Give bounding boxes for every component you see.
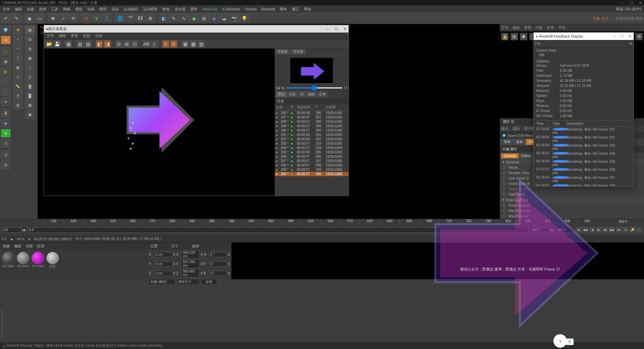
menu-item[interactable]: 创建 xyxy=(27,7,34,12)
rs-close-panel-icon[interactable]: ⊗ xyxy=(629,41,632,46)
ime-badge-icon[interactable]: 🦌 xyxy=(553,334,567,348)
menu-item[interactable]: 流水线 xyxy=(174,7,185,12)
material-swatch[interactable] xyxy=(32,252,44,264)
lock-xz-icon[interactable]: ⊡ xyxy=(1,150,11,159)
environment-icon[interactable]: ☁ xyxy=(219,14,229,23)
pv-filter-icon[interactable]: ▦ xyxy=(181,40,189,48)
menu-item[interactable]: 动画 xyxy=(87,7,95,12)
pv-zoom-slider[interactable] xyxy=(286,87,343,89)
render-settings-icon[interactable]: ⚙ xyxy=(146,14,155,23)
rotate-icon[interactable]: ⟲ xyxy=(68,14,78,23)
render-pv-icon[interactable]: 🎞 xyxy=(136,14,145,23)
pv-history-row[interactable]: ▸299 *●00:00:572991920x1080 xyxy=(275,167,348,172)
ruler-icon[interactable]: 📏 xyxy=(13,82,23,91)
pv-render-view[interactable] xyxy=(44,49,275,196)
pv-history-row[interactable]: ▸296 *●00:00:572961920x1080 xyxy=(275,154,348,159)
tex-swatch-icon[interactable]: ▧ xyxy=(25,35,35,44)
snap-settings-icon[interactable]: ⊙ xyxy=(1,139,11,148)
ipr-settings-icon[interactable]: ⚙ xyxy=(635,33,643,40)
obj-menu[interactable]: 文件 xyxy=(501,25,508,30)
select-rect-icon[interactable]: ▭ xyxy=(35,14,44,23)
pv-history-row[interactable]: ▸297 *●00:00:572971920x1080 xyxy=(275,159,348,163)
menu-item[interactable]: 网格 xyxy=(63,7,70,12)
coord-system-icon[interactable]: 🌐 xyxy=(115,14,125,23)
axis-z-icon[interactable]: Z xyxy=(102,14,111,23)
pv-compare-icon[interactable]: ⊟ xyxy=(115,40,122,48)
pv-open-icon[interactable]: 📂 xyxy=(45,40,53,48)
material-swatch[interactable] xyxy=(2,252,15,264)
pv-rgb-icon[interactable]: ▥ xyxy=(76,40,84,48)
pv-history-row[interactable]: ▸294 *●00:00:572941920x1080 xyxy=(275,146,348,150)
material-swatch[interactable] xyxy=(17,252,30,264)
pv-nav-tab[interactable]: 导航器 xyxy=(275,49,290,55)
pv-navigator-thumb[interactable] xyxy=(290,57,333,84)
axis-tool-icon[interactable]: ╋ xyxy=(1,109,11,117)
pv-zoom-reset-icon[interactable]: ⊙ xyxy=(344,86,347,90)
pv-compare-icon[interactable]: ⊞ xyxy=(123,40,130,48)
pv-menu-item[interactable]: 编辑 xyxy=(59,33,66,38)
tex-swatch-icon[interactable]: ▦ xyxy=(25,26,35,34)
texture-mode-icon[interactable]: ▩ xyxy=(1,57,11,66)
move-icon[interactable]: ✥ xyxy=(48,14,58,23)
pv-tool-icon[interactable]: ▦ xyxy=(65,40,72,48)
viewport-solo-icon[interactable]: ◉ xyxy=(1,119,11,128)
pv-history-row[interactable]: ▸289 *●00:00:572891920x1080 xyxy=(275,124,348,128)
pv-a-icon[interactable]: A xyxy=(162,40,169,48)
pv-menu-item[interactable]: 动画 xyxy=(95,33,102,38)
camera-icon[interactable]: 📷 xyxy=(229,14,239,23)
pv-history-row[interactable]: ▸298 *●00:00:572981920x1080 xyxy=(275,163,348,167)
tex-swatch-icon[interactable]: ▦ xyxy=(25,101,35,109)
magnet-icon[interactable]: ⊃ xyxy=(13,72,23,81)
pv-history-row[interactable]: ▸293 *●00:00:572931920x1080 xyxy=(275,141,348,146)
pv-history-row[interactable]: ▸300 *●00:00:573001920x1080 xyxy=(275,172,348,176)
brush-icon[interactable]: ⟆ xyxy=(13,54,23,62)
array-icon[interactable]: ⊞ xyxy=(199,14,209,23)
tl-start[interactable]: 0 F xyxy=(2,228,21,233)
pv-history-row[interactable]: ▸295 *●00:00:582951920x1080 xyxy=(275,150,348,154)
menu-item[interactable]: 选择 xyxy=(39,7,46,12)
selection-filter-icon[interactable]: ▥ xyxy=(13,101,23,109)
move-gizmo-icon[interactable]: ✥ xyxy=(13,26,23,34)
pv-ch-icon[interactable]: ◨ xyxy=(104,40,111,48)
undo-icon[interactable]: ↶ xyxy=(1,14,11,23)
tex-swatch-icon[interactable]: ▨ xyxy=(25,44,35,53)
close-icon[interactable]: ✕ xyxy=(639,1,642,5)
tex-swatch-icon[interactable]: ▩ xyxy=(25,54,35,62)
lasso-icon[interactable]: 〰 xyxy=(13,44,23,53)
render-view-icon[interactable]: 🎬 xyxy=(125,14,135,23)
menu-item[interactable]: Redshift xyxy=(262,7,275,11)
mat-tab[interactable]: 编辑 xyxy=(14,244,21,249)
cursor-icon[interactable]: ↖ xyxy=(13,35,23,44)
scale-icon[interactable]: ⤢ xyxy=(58,14,68,23)
menu-item[interactable]: 渲染 xyxy=(111,7,119,12)
menu-item[interactable]: 插件 xyxy=(190,7,198,12)
pv-alpha-icon[interactable]: ▨ xyxy=(84,40,92,48)
axis-x-icon[interactable]: X xyxy=(82,14,91,23)
nurbs-icon[interactable]: ◆ xyxy=(189,14,199,23)
coord-mode[interactable]: 对象 (相对) xyxy=(149,279,176,285)
model-mode-icon[interactable]: ◫ xyxy=(1,47,11,56)
rs-maximize-icon[interactable]: ☐ xyxy=(621,34,624,39)
pv-ab-icon[interactable]: ▯ xyxy=(151,40,158,48)
axis-y-icon[interactable]: Y xyxy=(92,14,101,23)
tex-swatch-icon[interactable]: ▒ xyxy=(25,72,35,81)
tex-swatch-icon[interactable]: ▣ xyxy=(25,110,35,119)
menu-item[interactable]: 运动图形 xyxy=(143,7,158,12)
tex-swatch-icon[interactable]: █ xyxy=(25,91,35,100)
light-icon[interactable]: 💡 xyxy=(239,14,249,23)
rs-file-menu[interactable]: File xyxy=(535,42,541,46)
deformer-icon[interactable]: ◈ xyxy=(209,14,219,23)
point-mode-icon[interactable]: ⋮ xyxy=(1,77,11,86)
menu-item[interactable]: X-Particles xyxy=(222,7,240,11)
minimize-icon[interactable]: ─ xyxy=(621,1,624,5)
menu-item[interactable]: 窗口 xyxy=(292,7,299,12)
pv-history-row[interactable]: ▸286 *●00:00:582861920x1080 xyxy=(275,111,348,115)
picture-viewer-window[interactable]: ● 图片查看器 ─ ☐ ✕ 文件 编辑 查看 比较 动画 📂 💾 ▦ ▥ ▨ ◧… xyxy=(44,25,349,196)
obj-menu[interactable]: 书签 xyxy=(558,25,566,30)
snap-s-icon[interactable]: S xyxy=(1,129,11,138)
pen-icon[interactable]: ✎ xyxy=(169,14,178,23)
pv-menu-item[interactable]: 文件 xyxy=(47,33,54,38)
ipr-lock-icon[interactable]: 🔒 xyxy=(501,33,508,40)
primitive-cube-icon[interactable]: ◧ xyxy=(159,14,168,23)
pv-compare-icon[interactable]: ⊡ xyxy=(131,40,139,48)
